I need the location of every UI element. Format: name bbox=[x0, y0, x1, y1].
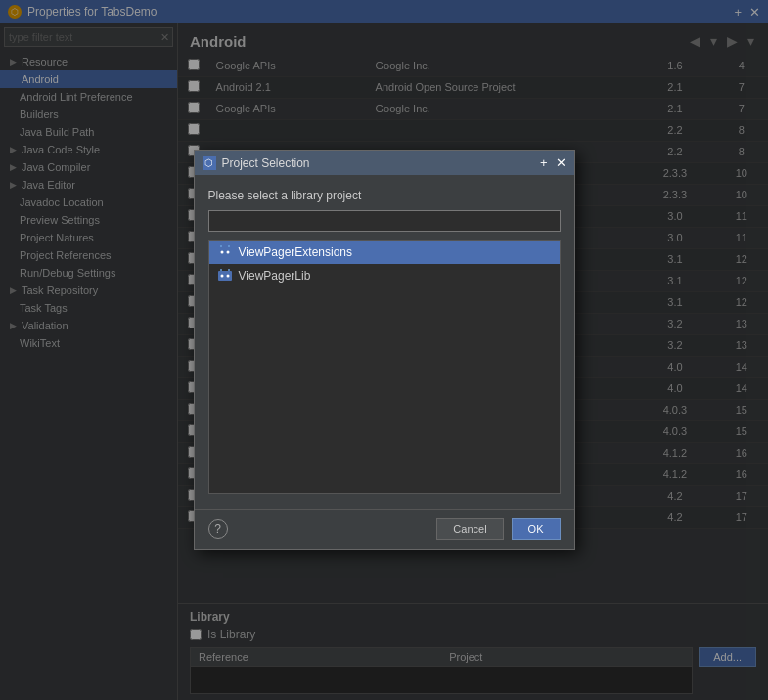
dialog-item-label: ViewPagerLib bbox=[239, 269, 311, 283]
ok-button[interactable]: OK bbox=[512, 518, 561, 540]
dialog-list-item[interactable]: ViewPagerExtensions bbox=[209, 241, 560, 264]
svg-rect-0 bbox=[218, 247, 232, 257]
dialog-body: Please select a library project ViewPage… bbox=[195, 175, 574, 502]
svg-point-3 bbox=[220, 251, 223, 254]
dialog-overlay: ⬡ Project Selection + ✕ Please select a … bbox=[0, 0, 768, 700]
dialog-prompt: Please select a library project bbox=[208, 189, 561, 202]
help-icon[interactable]: ? bbox=[208, 519, 228, 539]
dialog-close-button[interactable]: ✕ bbox=[556, 155, 566, 170]
svg-point-9 bbox=[226, 275, 229, 278]
svg-rect-7 bbox=[228, 269, 230, 271]
svg-point-8 bbox=[220, 275, 223, 278]
svg-rect-2 bbox=[228, 245, 230, 247]
svg-rect-5 bbox=[218, 271, 232, 281]
dialog-buttons: Cancel OK bbox=[436, 518, 560, 540]
project-icon bbox=[217, 268, 233, 284]
dialog-title-controls: + ✕ bbox=[540, 155, 566, 170]
svg-point-4 bbox=[226, 251, 229, 254]
project-icon bbox=[217, 244, 233, 260]
dialog-plus-button[interactable]: + bbox=[540, 155, 548, 170]
dialog-title-bar: ⬡ Project Selection + ✕ bbox=[195, 151, 574, 175]
svg-rect-6 bbox=[220, 269, 222, 271]
svg-rect-1 bbox=[220, 245, 222, 247]
project-selection-dialog: ⬡ Project Selection + ✕ Please select a … bbox=[194, 150, 575, 550]
dialog-footer: ? Cancel OK bbox=[195, 509, 574, 549]
dialog-title: Project Selection bbox=[222, 156, 310, 170]
dialog-item-label: ViewPagerExtensions bbox=[239, 245, 353, 259]
cancel-button[interactable]: Cancel bbox=[436, 518, 503, 540]
dialog-list: ViewPagerExtensions ViewPagerLib bbox=[208, 240, 561, 494]
dialog-search-input[interactable] bbox=[208, 210, 561, 232]
dialog-title-left: ⬡ Project Selection bbox=[203, 156, 310, 170]
dialog-list-item[interactable]: ViewPagerLib bbox=[209, 264, 560, 287]
dialog-icon: ⬡ bbox=[203, 156, 216, 170]
